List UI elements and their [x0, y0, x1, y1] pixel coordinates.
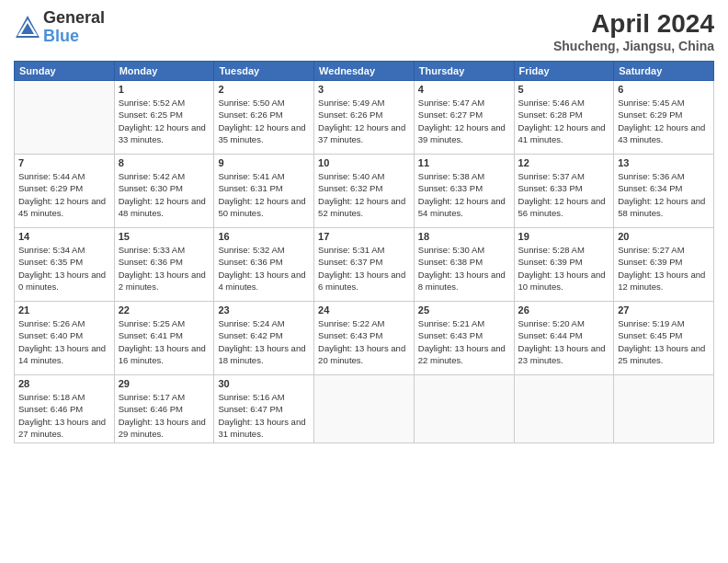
day-info: Sunrise: 5:21 AMSunset: 6:43 PMDaylight:…	[418, 317, 510, 366]
day-number: 21	[18, 304, 110, 316]
day-number: 5	[518, 84, 610, 95]
logo-general-text: General	[43, 9, 105, 28]
calendar-cell: 18Sunrise: 5:30 AMSunset: 6:38 PMDayligh…	[414, 228, 514, 302]
day-info: Sunrise: 5:25 AMSunset: 6:41 PMDaylight:…	[119, 317, 210, 366]
calendar-cell: 23Sunrise: 5:24 AMSunset: 6:42 PMDayligh…	[214, 302, 314, 375]
calendar-cell: 9Sunrise: 5:41 AMSunset: 6:31 PMDaylight…	[214, 155, 314, 228]
day-number: 16	[218, 231, 310, 242]
calendar-cell: 1Sunrise: 5:52 AMSunset: 6:25 PMDaylight…	[114, 81, 214, 155]
calendar-cell: 10Sunrise: 5:40 AMSunset: 6:32 PMDayligh…	[314, 155, 415, 228]
day-number: 17	[318, 231, 410, 242]
title-block: April 2024 Shucheng, Jiangsu, China	[553, 9, 714, 53]
day-number: 20	[618, 231, 710, 242]
day-info: Sunrise: 5:44 AMSunset: 6:29 PMDaylight:…	[18, 170, 110, 219]
day-number: 18	[418, 231, 510, 242]
calendar-week-row: 1Sunrise: 5:52 AMSunset: 6:25 PMDaylight…	[15, 81, 714, 155]
calendar-header-row: Sunday Monday Tuesday Wednesday Thursday…	[15, 62, 714, 81]
calendar-cell: 2Sunrise: 5:50 AMSunset: 6:26 PMDaylight…	[214, 81, 314, 155]
calendar-cell: 6Sunrise: 5:45 AMSunset: 6:29 PMDaylight…	[614, 81, 714, 155]
page-header: General Blue April 2024 Shucheng, Jiangs…	[14, 9, 714, 53]
day-info: Sunrise: 5:42 AMSunset: 6:30 PMDaylight:…	[119, 170, 210, 219]
calendar-week-row: 21Sunrise: 5:26 AMSunset: 6:40 PMDayligh…	[15, 302, 714, 375]
day-number: 19	[518, 231, 610, 242]
page-container: General Blue April 2024 Shucheng, Jiangs…	[0, 0, 728, 563]
logo-text: General Blue	[43, 9, 105, 46]
day-number: 3	[318, 84, 410, 95]
day-info: Sunrise: 5:31 AMSunset: 6:37 PMDaylight:…	[318, 244, 410, 293]
day-info: Sunrise: 5:24 AMSunset: 6:42 PMDaylight:…	[218, 317, 310, 366]
day-number: 6	[618, 84, 710, 95]
day-info: Sunrise: 5:17 AMSunset: 6:46 PMDaylight:…	[119, 391, 210, 440]
day-info: Sunrise: 5:36 AMSunset: 6:34 PMDaylight:…	[618, 170, 710, 219]
col-wednesday: Wednesday	[314, 62, 415, 81]
day-info: Sunrise: 5:32 AMSunset: 6:36 PMDaylight:…	[218, 244, 310, 293]
calendar-cell: 12Sunrise: 5:37 AMSunset: 6:33 PMDayligh…	[514, 155, 614, 228]
calendar-cell: 5Sunrise: 5:46 AMSunset: 6:28 PMDaylight…	[514, 81, 614, 155]
col-thursday: Thursday	[414, 62, 514, 81]
calendar-cell: 28Sunrise: 5:18 AMSunset: 6:46 PMDayligh…	[15, 375, 115, 443]
day-number: 4	[418, 84, 510, 95]
day-info: Sunrise: 5:30 AMSunset: 6:38 PMDaylight:…	[418, 244, 510, 293]
day-info: Sunrise: 5:34 AMSunset: 6:35 PMDaylight:…	[18, 244, 110, 293]
calendar-cell: 4Sunrise: 5:47 AMSunset: 6:27 PMDaylight…	[414, 81, 514, 155]
calendar-cell: 16Sunrise: 5:32 AMSunset: 6:36 PMDayligh…	[214, 228, 314, 302]
calendar-week-row: 14Sunrise: 5:34 AMSunset: 6:35 PMDayligh…	[15, 228, 714, 302]
day-number: 29	[119, 378, 210, 389]
day-info: Sunrise: 5:47 AMSunset: 6:27 PMDaylight:…	[418, 97, 510, 145]
calendar-cell	[15, 81, 115, 155]
day-number: 10	[318, 157, 410, 168]
day-number: 12	[518, 157, 610, 168]
col-monday: Monday	[114, 62, 214, 81]
day-info: Sunrise: 5:38 AMSunset: 6:33 PMDaylight:…	[418, 170, 510, 219]
col-tuesday: Tuesday	[214, 62, 314, 81]
calendar-cell: 30Sunrise: 5:16 AMSunset: 6:47 PMDayligh…	[214, 375, 314, 443]
calendar-cell: 22Sunrise: 5:25 AMSunset: 6:41 PMDayligh…	[114, 302, 214, 375]
day-info: Sunrise: 5:22 AMSunset: 6:43 PMDaylight:…	[318, 317, 410, 366]
calendar-cell: 7Sunrise: 5:44 AMSunset: 6:29 PMDaylight…	[15, 155, 115, 228]
day-number: 11	[418, 157, 510, 168]
col-sunday: Sunday	[15, 62, 115, 81]
day-info: Sunrise: 5:52 AMSunset: 6:25 PMDaylight:…	[119, 97, 210, 145]
day-number: 25	[418, 304, 510, 316]
day-number: 9	[218, 157, 310, 168]
day-number: 24	[318, 304, 410, 316]
calendar-cell: 27Sunrise: 5:19 AMSunset: 6:45 PMDayligh…	[614, 302, 714, 375]
day-info: Sunrise: 5:49 AMSunset: 6:26 PMDaylight:…	[318, 97, 410, 145]
day-number: 27	[618, 304, 710, 316]
day-info: Sunrise: 5:41 AMSunset: 6:31 PMDaylight:…	[218, 170, 310, 219]
day-info: Sunrise: 5:18 AMSunset: 6:46 PMDaylight:…	[18, 391, 110, 440]
calendar-cell: 13Sunrise: 5:36 AMSunset: 6:34 PMDayligh…	[614, 155, 714, 228]
calendar-cell: 15Sunrise: 5:33 AMSunset: 6:36 PMDayligh…	[114, 228, 214, 302]
day-info: Sunrise: 5:28 AMSunset: 6:39 PMDaylight:…	[518, 244, 610, 293]
calendar-table: Sunday Monday Tuesday Wednesday Thursday…	[14, 61, 714, 443]
day-info: Sunrise: 5:20 AMSunset: 6:44 PMDaylight:…	[518, 317, 610, 366]
day-number: 23	[218, 304, 310, 316]
day-info: Sunrise: 5:33 AMSunset: 6:36 PMDaylight:…	[119, 244, 210, 293]
calendar-cell: 20Sunrise: 5:27 AMSunset: 6:39 PMDayligh…	[614, 228, 714, 302]
day-number: 13	[618, 157, 710, 168]
calendar-week-row: 7Sunrise: 5:44 AMSunset: 6:29 PMDaylight…	[15, 155, 714, 228]
calendar-cell: 29Sunrise: 5:17 AMSunset: 6:46 PMDayligh…	[114, 375, 214, 443]
logo-blue-text: Blue	[43, 28, 105, 46]
day-number: 26	[518, 304, 610, 316]
location-text: Shucheng, Jiangsu, China	[553, 39, 714, 53]
day-number: 30	[218, 378, 310, 389]
calendar-cell: 8Sunrise: 5:42 AMSunset: 6:30 PMDaylight…	[114, 155, 214, 228]
day-info: Sunrise: 5:40 AMSunset: 6:32 PMDaylight:…	[318, 170, 410, 219]
calendar-cell: 17Sunrise: 5:31 AMSunset: 6:37 PMDayligh…	[314, 228, 415, 302]
calendar-week-row: 28Sunrise: 5:18 AMSunset: 6:46 PMDayligh…	[15, 375, 714, 443]
day-number: 28	[18, 378, 110, 389]
day-number: 15	[119, 231, 210, 242]
day-number: 2	[218, 84, 310, 95]
col-friday: Friday	[514, 62, 614, 81]
day-info: Sunrise: 5:50 AMSunset: 6:26 PMDaylight:…	[218, 97, 310, 145]
day-number: 22	[119, 304, 210, 316]
day-info: Sunrise: 5:26 AMSunset: 6:40 PMDaylight:…	[18, 317, 110, 366]
day-info: Sunrise: 5:27 AMSunset: 6:39 PMDaylight:…	[618, 244, 710, 293]
day-info: Sunrise: 5:16 AMSunset: 6:47 PMDaylight:…	[218, 391, 310, 440]
calendar-cell	[314, 375, 415, 443]
day-info: Sunrise: 5:46 AMSunset: 6:28 PMDaylight:…	[518, 97, 610, 145]
col-saturday: Saturday	[614, 62, 714, 81]
day-info: Sunrise: 5:19 AMSunset: 6:45 PMDaylight:…	[618, 317, 710, 366]
calendar-cell: 19Sunrise: 5:28 AMSunset: 6:39 PMDayligh…	[514, 228, 614, 302]
